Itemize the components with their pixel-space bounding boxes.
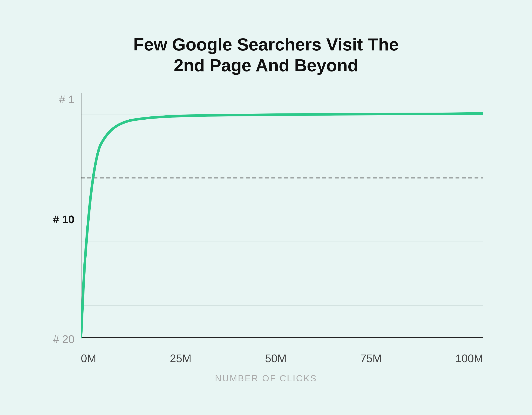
- chart-svg-wrapper: [81, 93, 483, 348]
- x-axis-title: NUMBER OF CLICKS: [49, 373, 483, 384]
- y-label-1: # 1: [59, 93, 75, 106]
- x-label-75m: 75M: [360, 352, 382, 365]
- y-axis-labels: # 1 # 10 # 20: [49, 93, 75, 348]
- x-label-25m: 25M: [170, 352, 191, 365]
- title-line2: 2nd Page And Beyond: [174, 56, 358, 75]
- chart-container: Few Google Searchers Visit The 2nd Page …: [32, 21, 500, 394]
- x-label-0m: 0M: [81, 352, 96, 365]
- x-axis-labels: 0M 25M 50M 75M 100M: [81, 352, 483, 365]
- y-label-10: # 10: [53, 213, 75, 226]
- x-label-100m: 100M: [456, 352, 483, 365]
- y-label-20: # 20: [53, 333, 75, 346]
- chart-title: Few Google Searchers Visit The 2nd Page …: [133, 34, 399, 76]
- chart-area: # 1 # 10 # 20: [49, 93, 483, 384]
- chart-main: # 1 # 10 # 20: [49, 93, 483, 348]
- x-label-50m: 50M: [265, 352, 287, 365]
- title-line1: Few Google Searchers Visit The: [133, 35, 399, 54]
